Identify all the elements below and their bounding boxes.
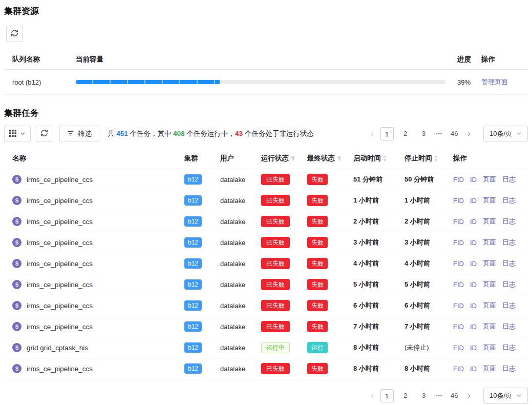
action-link-id[interactable]: ID <box>470 365 477 373</box>
pagination-next-icon[interactable]: › <box>466 127 472 140</box>
cluster-badge: b12 <box>184 279 202 290</box>
table-row: Sirms_ce_pipeline_ccsb12datalake已失败失败3 小… <box>4 232 528 253</box>
action-link-页面[interactable]: 页面 <box>483 196 496 205</box>
task-user: datalake <box>211 239 250 247</box>
tasks-table-body: Sirms_ce_pipeline_ccsb12datalake已失败失败51 … <box>4 169 528 379</box>
pagination-page-3[interactable]: 3 <box>417 389 431 402</box>
pagination-page-2[interactable]: 2 <box>399 127 412 140</box>
pagination-page-1[interactable]: 1 <box>380 127 394 140</box>
action-link-日志[interactable]: 日志 <box>502 175 516 184</box>
spark-avatar-icon: S <box>12 175 22 184</box>
action-link-日志[interactable]: 日志 <box>502 238 516 247</box>
action-link-id[interactable]: ID <box>470 176 477 184</box>
pagination-prev-icon[interactable]: ‹ <box>369 389 375 402</box>
stop-time-sort-icon[interactable] <box>434 155 438 162</box>
start-time: 2 小时前 <box>342 217 393 226</box>
stop-time: 7 小时前 <box>393 322 442 331</box>
pagination-page-1[interactable]: 1 <box>380 389 394 402</box>
final-status-filter-icon[interactable] <box>336 156 342 161</box>
view-switch-button[interactable] <box>4 126 31 142</box>
run-status-badge: 已失败 <box>261 363 290 374</box>
cluster-badge: b12 <box>184 195 202 206</box>
action-link-fid[interactable]: FID <box>453 365 464 373</box>
action-link-fid[interactable]: FID <box>453 260 464 268</box>
pagination-ellipsis[interactable]: ••• <box>436 127 443 140</box>
task-actions: FIDID页面日志 <box>442 196 528 205</box>
action-link-页面[interactable]: 页面 <box>483 217 496 226</box>
table-row: Sgrid grid_cptask_hisb12datalake运行中运行8 小… <box>4 337 528 358</box>
task-user: datalake <box>211 218 250 226</box>
manage-page-link[interactable]: 管理页面 <box>481 78 508 86</box>
action-link-fid[interactable]: FID <box>453 197 464 205</box>
action-link-日志[interactable]: 日志 <box>502 343 516 352</box>
action-link-id[interactable]: ID <box>470 239 477 247</box>
table-row: Sirms_ce_pipeline_ccsb12datalake已失败失败6 小… <box>4 295 528 316</box>
run-status-filter-icon[interactable] <box>290 156 296 161</box>
run-status-cell: 已失败 <box>250 174 296 185</box>
action-link-fid[interactable]: FID <box>453 176 464 184</box>
table-row: Sirms_ce_pipeline_ccsb12datalake已失败失败8 小… <box>4 358 528 379</box>
table-row: Sirms_ce_pipeline_ccsb12datalake已失败失败5 小… <box>4 274 528 295</box>
action-link-页面[interactable]: 页面 <box>483 301 496 310</box>
final-status-cell: 失败 <box>296 321 342 332</box>
page-size-select[interactable]: 10条/页 <box>483 126 528 142</box>
task-cluster-cell: b12 <box>176 300 211 311</box>
col-run-status-label: 运行状态 <box>261 154 289 163</box>
action-link-fid[interactable]: FID <box>453 239 464 247</box>
action-link-日志[interactable]: 日志 <box>502 217 516 226</box>
pagination-page-2[interactable]: 2 <box>399 389 412 402</box>
resources-col-action: 操作 <box>479 50 528 69</box>
action-link-id[interactable]: ID <box>470 281 477 289</box>
action-link-id[interactable]: ID <box>470 302 477 310</box>
task-user: datalake <box>211 302 250 310</box>
action-link-日志[interactable]: 日志 <box>502 301 516 310</box>
spark-avatar-icon: S <box>12 364 22 373</box>
action-link-id[interactable]: ID <box>470 218 477 226</box>
action-link-fid[interactable]: FID <box>453 344 464 352</box>
action-link-页面[interactable]: 页面 <box>483 238 496 247</box>
action-link-日志[interactable]: 日志 <box>502 322 516 331</box>
pagination-page-3[interactable]: 3 <box>417 127 431 140</box>
action-link-页面[interactable]: 页面 <box>483 280 496 289</box>
final-status-badge: 失败 <box>307 195 328 206</box>
action-link-日志[interactable]: 日志 <box>502 364 516 373</box>
action-link-日志[interactable]: 日志 <box>502 280 516 289</box>
pagination-page-46[interactable]: 46 <box>448 389 461 402</box>
action-link-fid[interactable]: FID <box>453 302 464 310</box>
pagination-ellipsis[interactable]: ••• <box>436 389 443 402</box>
action-link-日志[interactable]: 日志 <box>502 196 516 205</box>
action-link-fid[interactable]: FID <box>453 323 464 331</box>
action-link-id[interactable]: ID <box>470 197 477 205</box>
col-user: 用户 <box>211 149 250 169</box>
action-link-fid[interactable]: FID <box>453 281 464 289</box>
final-status-cell: 失败 <box>296 237 342 248</box>
pagination-prev-icon[interactable]: ‹ <box>369 127 375 140</box>
action-link-id[interactable]: ID <box>470 323 477 331</box>
start-time-sort-icon[interactable] <box>382 155 387 162</box>
start-time: 7 小时前 <box>342 322 393 331</box>
task-cluster-cell: b12 <box>176 321 211 332</box>
run-status-cell: 已失败 <box>250 216 296 227</box>
col-run-status: 运行状态 <box>250 149 296 169</box>
task-user: datalake <box>211 365 250 373</box>
table-row: Sirms_ce_pipeline_ccsb12datalake已失败失败1 小… <box>4 190 528 211</box>
action-link-页面[interactable]: 页面 <box>483 259 496 268</box>
filter-button[interactable]: 筛选 <box>59 126 99 142</box>
resources-refresh-button[interactable] <box>6 26 23 42</box>
tasks-refresh-button[interactable] <box>36 126 52 142</box>
action-link-页面[interactable]: 页面 <box>483 175 496 184</box>
action-link-日志[interactable]: 日志 <box>502 259 516 268</box>
summary-text: 个任务，其中 <box>128 130 174 137</box>
action-link-fid[interactable]: FID <box>453 218 464 226</box>
action-link-页面[interactable]: 页面 <box>483 343 496 352</box>
stop-time: 6 小时前 <box>393 301 442 310</box>
action-link-页面[interactable]: 页面 <box>483 322 496 331</box>
task-cluster-cell: b12 <box>176 174 211 185</box>
pagination-next-icon[interactable]: › <box>466 389 472 402</box>
action-link-id[interactable]: ID <box>470 260 477 268</box>
action-link-id[interactable]: ID <box>470 344 477 352</box>
task-name-cell: Sirms_ce_pipeline_ccs <box>4 259 176 268</box>
pagination-page-46[interactable]: 46 <box>448 127 461 140</box>
action-link-页面[interactable]: 页面 <box>483 364 496 373</box>
page-size-select-bottom[interactable]: 10条/页 <box>483 388 528 404</box>
